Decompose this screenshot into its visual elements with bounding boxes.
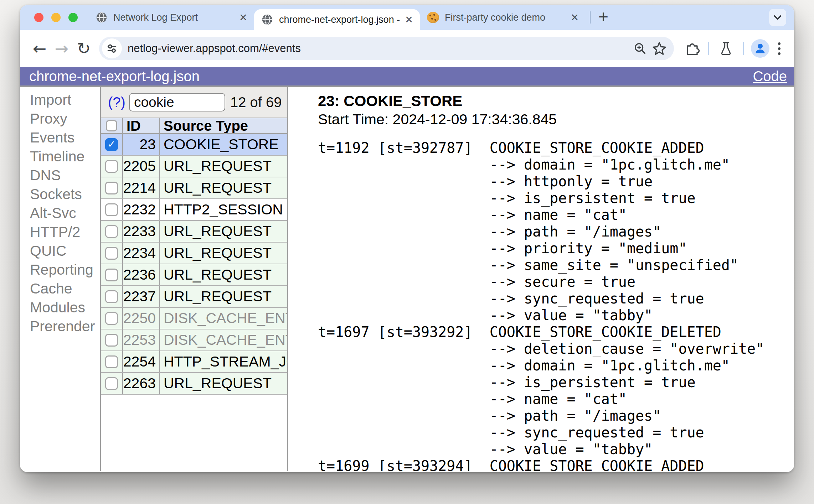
row-checkbox[interactable] bbox=[105, 160, 118, 173]
code-link[interactable]: Code bbox=[753, 68, 787, 84]
loaded-file-title: chrome-net-export-log.json bbox=[29, 68, 753, 84]
row-checkbox[interactable] bbox=[105, 247, 118, 260]
menu-kebab-icon[interactable] bbox=[773, 42, 785, 55]
table-row[interactable]: 2250DISK_CACHE_ENTRY bbox=[101, 308, 287, 329]
row-checkbox[interactable] bbox=[105, 312, 118, 325]
filter-help-link[interactable]: (?) bbox=[108, 94, 125, 110]
row-source-type: DISK_CACHE_ENTRY bbox=[160, 329, 287, 350]
tab-first-party-cookie-demo[interactable]: First-party cookie demo× bbox=[420, 5, 586, 30]
sidebar-item-quic[interactable]: QUIC bbox=[30, 241, 100, 260]
tab-separator bbox=[590, 11, 591, 24]
zoom-window-button[interactable] bbox=[68, 13, 78, 22]
table-row[interactable]: 2253DISK_CACHE_ENTRY bbox=[101, 329, 287, 351]
filter-input[interactable] bbox=[129, 93, 225, 111]
row-source-type: HTTP_STREAM_JOB bbox=[160, 351, 287, 372]
close-window-button[interactable] bbox=[34, 13, 43, 22]
row-source-type: COOKIE_STORE bbox=[160, 134, 287, 155]
row-source-type: DISK_CACHE_ENTRY bbox=[160, 308, 287, 329]
select-all-checkbox[interactable] bbox=[106, 120, 117, 131]
row-id: 2232 bbox=[123, 199, 160, 220]
back-button[interactable]: ← bbox=[29, 39, 51, 58]
new-tab-button[interactable]: + bbox=[595, 8, 612, 25]
table-row[interactable]: 2236URL_REQUEST bbox=[101, 264, 287, 286]
tab-search-button[interactable] bbox=[769, 9, 786, 26]
sidebar-item-reporting[interactable]: Reporting bbox=[30, 260, 100, 279]
row-checkbox[interactable] bbox=[105, 377, 118, 390]
table-row[interactable]: 23COOKIE_STORE bbox=[101, 134, 287, 156]
sidebar-item-alt-svc[interactable]: Alt-Svc bbox=[30, 204, 100, 223]
row-check-cell bbox=[101, 134, 123, 155]
row-checkbox[interactable] bbox=[105, 334, 118, 347]
close-icon[interactable]: × bbox=[405, 13, 413, 26]
row-check-cell bbox=[101, 243, 123, 264]
tab-title: Network Log Export bbox=[113, 12, 235, 23]
table-row[interactable]: 2233URL_REQUEST bbox=[101, 221, 287, 243]
bookmark-star-icon[interactable] bbox=[650, 41, 669, 56]
row-source-type: URL_REQUEST bbox=[160, 177, 287, 198]
table-row[interactable]: 2237URL_REQUEST bbox=[101, 286, 287, 308]
extensions-icon[interactable] bbox=[682, 40, 701, 57]
row-id: 2263 bbox=[123, 373, 160, 394]
sidebar-item-http-2[interactable]: HTTP/2 bbox=[30, 223, 100, 241]
row-checkbox[interactable] bbox=[105, 225, 118, 238]
chevron-down-icon bbox=[774, 12, 782, 20]
sidebar-item-dns[interactable]: DNS bbox=[30, 166, 100, 185]
row-source-type: URL_REQUEST bbox=[160, 221, 287, 242]
table-row[interactable]: 2214URL_REQUEST bbox=[101, 177, 287, 199]
row-id: 2205 bbox=[123, 156, 160, 177]
column-header-id[interactable]: ID bbox=[123, 118, 160, 133]
reload-button[interactable]: ↻ bbox=[73, 39, 95, 58]
table-row[interactable]: 2254HTTP_STREAM_JOB bbox=[101, 351, 287, 373]
sidebar-item-timeline[interactable]: Timeline bbox=[30, 147, 100, 166]
row-source-type: URL_REQUEST bbox=[160, 286, 287, 307]
cookie-icon bbox=[427, 12, 439, 23]
sidebar-item-events[interactable]: Events bbox=[30, 128, 100, 147]
minimize-window-button[interactable] bbox=[51, 13, 61, 22]
table-row[interactable]: 2205URL_REQUEST bbox=[101, 156, 287, 177]
sidebar-item-sockets[interactable]: Sockets bbox=[30, 185, 100, 204]
table-row[interactable]: 2263URL_REQUEST bbox=[101, 373, 287, 395]
sidebar-item-cache[interactable]: Cache bbox=[30, 279, 100, 298]
sidebar: ImportProxyEventsTimelineDNSSocketsAlt-S… bbox=[20, 87, 100, 471]
browser-toolbar: ← → ↻ netlog-viewer.appspot.com/#events bbox=[20, 30, 794, 67]
row-check-cell bbox=[101, 351, 123, 372]
row-id: 2254 bbox=[123, 351, 160, 372]
row-check-cell bbox=[101, 199, 123, 220]
sidebar-item-proxy[interactable]: Proxy bbox=[30, 109, 100, 128]
row-id: 2236 bbox=[123, 264, 160, 285]
events-list-panel: (?) 12 of 69 ID Source Type 23COOKIE_STO… bbox=[100, 87, 288, 471]
row-check-cell bbox=[101, 156, 123, 177]
row-checkbox[interactable] bbox=[105, 182, 118, 194]
table-row[interactable]: 2232HTTP2_SESSION bbox=[101, 199, 287, 221]
sidebar-item-import[interactable]: Import bbox=[30, 90, 100, 109]
site-info-icon[interactable] bbox=[102, 38, 122, 58]
sidebar-item-modules[interactable]: Modules bbox=[30, 298, 100, 317]
row-checkbox[interactable] bbox=[105, 355, 118, 368]
row-checkbox[interactable] bbox=[105, 138, 118, 151]
column-header-source-type[interactable]: Source Type bbox=[160, 118, 287, 133]
row-checkbox[interactable] bbox=[105, 203, 118, 216]
table-row[interactable]: 2234URL_REQUEST bbox=[101, 243, 287, 264]
row-id: 2253 bbox=[123, 329, 160, 350]
labs-flask-icon[interactable] bbox=[716, 40, 736, 57]
row-check-cell bbox=[101, 177, 123, 198]
row-check-cell bbox=[101, 264, 123, 285]
row-source-type: URL_REQUEST bbox=[160, 264, 287, 285]
close-icon[interactable]: × bbox=[571, 11, 578, 24]
profile-avatar[interactable] bbox=[751, 39, 769, 58]
tab-chrome-net-export-log-json[interactable]: chrome-net-export-log.json -× bbox=[254, 9, 420, 30]
zoom-page-icon[interactable] bbox=[630, 40, 650, 57]
row-id: 2234 bbox=[123, 243, 160, 264]
row-checkbox[interactable] bbox=[105, 290, 118, 303]
close-icon[interactable]: × bbox=[239, 11, 247, 24]
url-text[interactable]: netlog-viewer.appspot.com/#events bbox=[128, 42, 630, 55]
tab-network-log-export[interactable]: Network Log Export× bbox=[88, 5, 254, 30]
row-id: 2233 bbox=[123, 221, 160, 242]
event-detail-panel: 23: COOKIE_STORE Start Time: 2024-12-09 … bbox=[288, 87, 794, 471]
sidebar-item-prerender[interactable]: Prerender bbox=[30, 317, 100, 336]
forward-button[interactable]: → bbox=[51, 39, 73, 58]
row-checkbox[interactable] bbox=[105, 269, 118, 281]
row-check-cell bbox=[101, 373, 123, 394]
toolbar-right bbox=[682, 39, 785, 58]
omnibox[interactable]: netlog-viewer.appspot.com/#events bbox=[99, 37, 674, 60]
